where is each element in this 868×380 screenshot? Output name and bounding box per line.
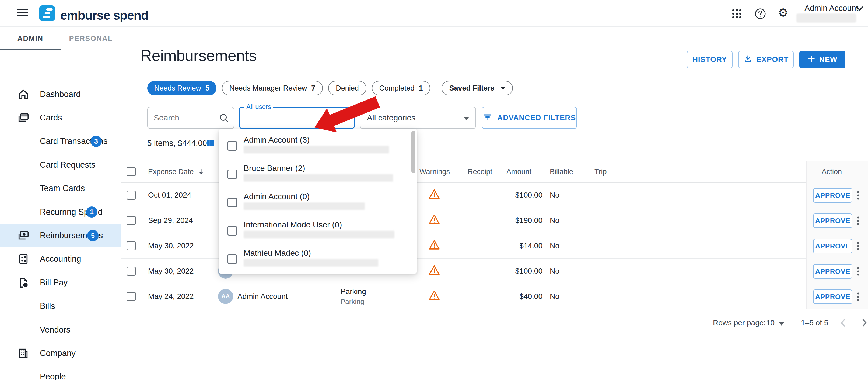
row-menu-icon[interactable] [857, 241, 859, 252]
help-icon[interactable] [754, 7, 767, 20]
sidebar-item-card-requests[interactable]: Card Requests [0, 153, 121, 177]
column-settings-icon[interactable] [205, 138, 216, 148]
settings-gear-icon[interactable]: ⚙ [778, 6, 790, 19]
sidebar-item-vendors[interactable]: Vendors [0, 318, 121, 342]
header-warnings[interactable]: Warnings [420, 168, 450, 176]
option-checkbox[interactable] [227, 255, 237, 264]
chevron-up-icon[interactable] [343, 117, 348, 120]
redacted-email [244, 174, 393, 182]
user-option[interactable]: International Mode User (0) [219, 218, 417, 247]
sidebar-item-bill-pay[interactable]: $ Bill Pay [0, 271, 121, 294]
row-menu-icon[interactable] [857, 291, 859, 302]
user-option[interactable]: Mathieu Madec (0) [219, 247, 417, 273]
header-billable[interactable]: Billable [550, 168, 573, 176]
sidebar-item-bills[interactable]: Bills [0, 295, 121, 318]
sidebar-item-people[interactable]: People [0, 365, 121, 380]
chip-completed[interactable]: Completed 1 [372, 81, 431, 95]
top-bar: emburse spend ⚙ Admin Account [0, 0, 868, 27]
chevron-down-icon [500, 87, 505, 90]
approve-button[interactable]: APPROVE [813, 213, 852, 228]
rows-per-page-select[interactable]: 10 [766, 319, 775, 327]
header-expense-date[interactable]: Expense Date [148, 167, 205, 176]
export-button[interactable]: EXPORT [738, 51, 794, 68]
option-checkbox[interactable] [227, 198, 237, 207]
advanced-filters-button[interactable]: ADVANCED FILTERS [482, 107, 577, 129]
sidebar-item-accounting[interactable]: Accounting [0, 247, 121, 271]
option-checkbox[interactable] [227, 226, 237, 236]
option-checkbox[interactable] [227, 141, 237, 151]
count-badge: 5 [87, 230, 98, 241]
divider [436, 81, 436, 95]
approve-button[interactable]: APPROVE [813, 264, 852, 279]
table-row[interactable]: May 24, 2022 AA Admin Account Parking Pa… [121, 284, 868, 310]
sidebar-item-reimbursements[interactable]: Reimbursements 5 [0, 224, 121, 247]
row-checkbox[interactable] [127, 241, 136, 251]
rows-per-page-label: Rows per page: [713, 319, 766, 327]
user-option[interactable]: Bruce Banner (2) [219, 162, 417, 190]
emburse-logo-icon [39, 5, 55, 21]
chip-denied[interactable]: Denied [328, 81, 366, 95]
row-menu-icon[interactable] [857, 215, 859, 226]
approve-button[interactable]: APPROVE [813, 289, 852, 304]
users-filter-combobox[interactable]: All users [239, 107, 355, 129]
user-option[interactable]: Admin Account (0) [219, 190, 417, 218]
redacted-email [244, 259, 378, 266]
chip-needs-review[interactable]: Needs Review 5 [147, 81, 216, 95]
warning-icon [428, 188, 440, 202]
row-checkbox[interactable] [127, 266, 136, 276]
chevron-down-icon[interactable] [779, 322, 784, 326]
select-all-checkbox[interactable] [127, 167, 136, 176]
history-button[interactable]: HISTORY [687, 51, 733, 68]
header-amount[interactable]: Amount [506, 168, 531, 176]
filter-list-icon [483, 112, 492, 124]
warning-icon [428, 213, 440, 228]
calculator-icon [17, 253, 30, 265]
chevron-down-icon[interactable] [856, 6, 864, 12]
chip-needs-manager-review[interactable]: Needs Manager Review 7 [222, 81, 323, 95]
pagination-range: 1–5 of 5 [801, 319, 828, 327]
categories-filter-combobox[interactable]: All categories [360, 107, 476, 129]
account-menu[interactable]: Admin Account [804, 3, 858, 13]
row-checkbox[interactable] [127, 292, 136, 301]
sidebar-item-dashboard[interactable]: Dashboard [0, 83, 121, 106]
cards-icon [17, 112, 30, 124]
row-menu-icon[interactable] [857, 190, 859, 201]
text-cursor [246, 112, 246, 124]
new-button[interactable]: NEW [799, 51, 845, 68]
approve-button[interactable]: APPROVE [813, 239, 852, 253]
header-trip[interactable]: Trip [594, 168, 607, 176]
sidebar-item-team-cards[interactable]: Team Cards [0, 177, 121, 200]
warning-icon [428, 239, 440, 253]
users-dropdown-panel: Admin Account (3) Bruce Banner (2) Admin… [219, 129, 417, 273]
action-column: Action APPROVE APPROVE APPROVE APPROVE A… [806, 160, 868, 310]
svg-text:$: $ [25, 283, 27, 287]
building-icon [17, 347, 30, 359]
tab-admin[interactable]: ADMIN [0, 27, 61, 50]
sidebar-item-company[interactable]: Company [0, 342, 121, 365]
apps-grid-icon[interactable] [731, 7, 743, 20]
users-filter-label: All users [244, 103, 273, 111]
tab-personal[interactable]: PERSONAL [61, 27, 121, 50]
user-option[interactable]: Admin Account (3) [219, 134, 417, 162]
approve-button[interactable]: APPROVE [813, 188, 852, 203]
header-receipt[interactable]: Receipt [468, 168, 492, 176]
row-menu-icon[interactable] [857, 266, 859, 277]
row-checkbox[interactable] [127, 216, 136, 225]
page-title: Reimbursements [141, 46, 256, 64]
next-page-icon[interactable] [859, 318, 868, 328]
redacted-email [244, 146, 389, 153]
dropdown-scrollbar[interactable] [411, 131, 415, 173]
search-input[interactable] [154, 110, 218, 125]
option-checkbox[interactable] [227, 170, 237, 179]
sidebar-item-card-transactions[interactable]: Card Transactions 3 [0, 129, 121, 153]
sidebar-nav: Dashboard Cards Card Transactions 3 Card… [0, 83, 121, 380]
previous-page-icon[interactable] [838, 318, 848, 328]
status-filter-chips: Needs Review 5 Needs Manager Review 7 De… [147, 81, 513, 95]
row-checkbox[interactable] [127, 191, 136, 200]
sidebar-item-recurring-spend[interactable]: Recurring Spend 1 [0, 200, 121, 224]
warning-icon [428, 264, 440, 279]
sidebar-item-cards[interactable]: Cards [0, 106, 121, 129]
saved-filters-dropdown[interactable]: Saved Filters [441, 81, 513, 95]
menu-icon[interactable] [17, 9, 28, 18]
chevron-down-icon[interactable] [464, 117, 469, 120]
